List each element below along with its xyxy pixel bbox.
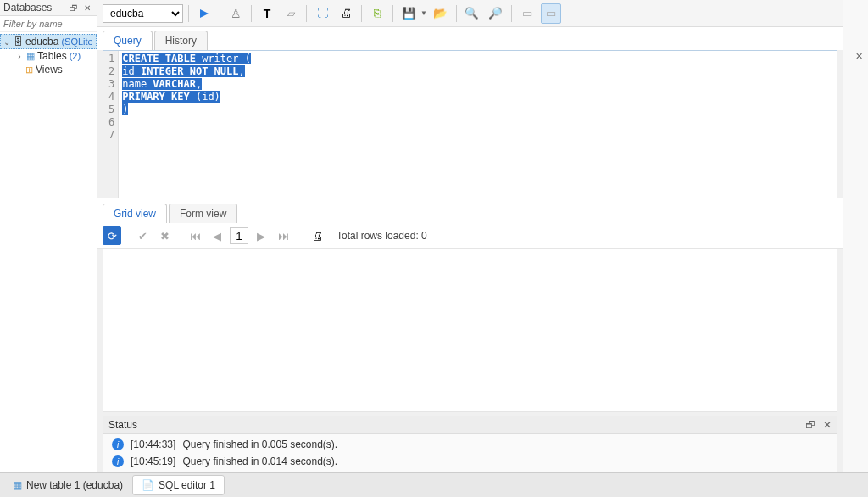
- tree-item-label: educba: [25, 36, 58, 47]
- right-gutter: ✕: [843, 0, 868, 472]
- floppy-icon: 💾: [402, 7, 416, 20]
- commit-button[interactable]: ✔: [133, 226, 152, 245]
- databases-panel-title: Databases: [3, 2, 52, 14]
- rollback-button[interactable]: ✖: [155, 226, 174, 245]
- sql-editor[interactable]: 1234567 CREATE TABLE writer ( id INTEGER…: [103, 50, 837, 198]
- database-icon: [14, 36, 23, 47]
- folder-open-icon: 📂: [433, 7, 448, 20]
- next-icon: ▶: [257, 230, 265, 243]
- check-icon: ✔: [138, 230, 147, 243]
- printer-icon: 🖨: [341, 7, 352, 20]
- separator: [392, 5, 393, 22]
- prev-icon: ◀: [213, 230, 221, 243]
- page-plus-icon: ⎘: [374, 7, 381, 20]
- bottom-tab-label: New table 1 (educba): [26, 479, 123, 491]
- chevron-down-icon[interactable]: ⌄: [3, 37, 11, 47]
- refresh-button[interactable]: ⟳: [103, 226, 121, 245]
- tree-item-dbtype: (SQLite: [61, 36, 92, 47]
- layout-split-icon: ▭: [546, 7, 556, 20]
- page-number-input[interactable]: [230, 227, 248, 244]
- status-timestamp: [10:45:19]: [131, 455, 175, 467]
- last-page-button[interactable]: ⏭: [274, 226, 292, 245]
- status-panel: Status 🗗 ✕ i [10:44:33] Query finished i…: [103, 416, 837, 472]
- tab-query[interactable]: Query: [103, 31, 153, 50]
- tree-item-label: Views: [36, 64, 63, 75]
- layout-b-button[interactable]: ▭: [541, 3, 561, 24]
- schema-icon: ⛶: [317, 7, 328, 20]
- bottom-tab-sql-editor[interactable]: 📄 SQL editor 1: [132, 475, 225, 495]
- separator: [306, 5, 307, 22]
- new-button[interactable]: ⎘: [367, 3, 387, 24]
- first-page-button[interactable]: ⏮: [186, 226, 204, 245]
- open-button[interactable]: 📂: [431, 3, 451, 24]
- views-icon: [25, 64, 33, 75]
- find-replace-button[interactable]: 🔎: [486, 3, 506, 24]
- play-icon: [199, 8, 209, 19]
- main-toolbar: educba ♙ T ▱ ⛶ 🖨 ⎘ 💾 ▼ 📂 🔍 🔎: [97, 0, 843, 27]
- result-tabs: Grid view Form view: [97, 198, 843, 223]
- explain-query-button[interactable]: ♙: [225, 3, 246, 24]
- magnifier-replace-icon: 🔎: [488, 7, 503, 20]
- status-row: i [10:44:33] Query finished in 0.005 sec…: [103, 436, 837, 453]
- bottom-tabs: ▦ New table 1 (educba) 📄 SQL editor 1: [0, 472, 868, 497]
- sql-tabs: Query History: [97, 27, 843, 50]
- text-icon: T: [264, 7, 271, 20]
- tree-item-count: (2): [70, 51, 81, 61]
- close-icon[interactable]: ✕: [855, 51, 863, 62]
- results-grid[interactable]: [103, 249, 837, 412]
- tab-form-view[interactable]: Form view: [169, 204, 237, 223]
- separator: [220, 5, 220, 22]
- status-timestamp: [10:44:33]: [131, 438, 175, 450]
- table-icon: ▦: [13, 479, 22, 491]
- panel-close-icon[interactable]: ✕: [81, 2, 93, 14]
- separator: [188, 5, 189, 22]
- panel-restore-icon[interactable]: 🗗: [68, 2, 80, 14]
- prev-page-button[interactable]: ◀: [208, 226, 226, 245]
- separator: [361, 5, 362, 22]
- tree-item-label: Tables: [37, 50, 67, 62]
- tab-history[interactable]: History: [154, 31, 208, 50]
- database-tree: ⌄ educba (SQLite › Tables (2) Views: [0, 32, 97, 78]
- separator: [511, 5, 512, 22]
- cross-icon: ✖: [160, 230, 170, 243]
- sql-icon: 📄: [142, 479, 154, 491]
- results-toolbar: ⟳ ✔ ✖ ⏮ ◀ ▶ ⏭ 🖨 Total rows loaded: 0: [97, 223, 843, 249]
- print-results-button[interactable]: 🖨: [308, 226, 326, 245]
- tables-icon: [26, 50, 35, 62]
- next-page-button[interactable]: ▶: [252, 226, 270, 245]
- find-button[interactable]: 🔍: [462, 3, 482, 24]
- tree-item-database[interactable]: ⌄ educba (SQLite: [0, 34, 97, 49]
- save-button[interactable]: 💾: [398, 3, 419, 24]
- schema-button[interactable]: ⛶: [312, 3, 332, 24]
- separator: [456, 5, 457, 22]
- refresh-icon: ⟳: [108, 230, 117, 243]
- info-icon: i: [112, 438, 124, 450]
- printer-icon: 🖨: [312, 230, 323, 243]
- layout-a-button[interactable]: ▭: [517, 3, 537, 24]
- bottom-tab-new-table[interactable]: ▦ New table 1 (educba): [3, 475, 132, 495]
- dropdown-arrow-icon[interactable]: ▼: [420, 9, 427, 17]
- layout-icon: ▭: [522, 7, 532, 20]
- print-button[interactable]: 🖨: [336, 3, 356, 24]
- status-title: Status: [108, 419, 137, 431]
- tree-item-views[interactable]: Views: [0, 63, 97, 76]
- execute-button[interactable]: [194, 3, 214, 24]
- filter-input[interactable]: [0, 16, 97, 32]
- eraser-icon: ▱: [287, 8, 295, 20]
- database-selector[interactable]: educba: [103, 4, 183, 23]
- status-close-icon[interactable]: ✕: [823, 419, 832, 431]
- editor-content[interactable]: CREATE TABLE writer ( id INTEGER NOT NUL…: [119, 51, 254, 198]
- status-message: Query finished in 0.014 second(s).: [182, 455, 337, 467]
- editor-gutter: 1234567: [103, 51, 119, 198]
- chevron-right-icon[interactable]: ›: [15, 52, 24, 61]
- magnifier-icon: 🔍: [465, 7, 479, 20]
- clear-button[interactable]: ▱: [281, 3, 301, 24]
- tab-grid-view[interactable]: Grid view: [103, 204, 167, 223]
- last-page-icon: ⏭: [278, 230, 289, 243]
- status-restore-icon[interactable]: 🗗: [805, 419, 815, 431]
- tree-item-tables[interactable]: › Tables (2): [0, 49, 97, 63]
- separator: [251, 5, 252, 22]
- format-button[interactable]: T: [257, 3, 277, 24]
- rows-loaded-label: Total rows loaded: 0: [337, 230, 427, 242]
- bottom-tab-label: SQL editor 1: [159, 479, 215, 491]
